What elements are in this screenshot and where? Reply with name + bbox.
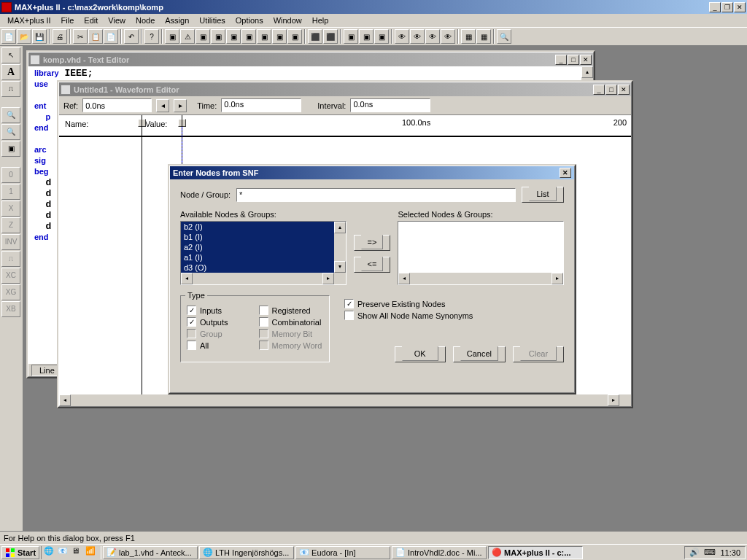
hscroll[interactable]: ◂ ▸ bbox=[59, 394, 619, 406]
task-button[interactable]: 📝lab_1.vhd - Anteck... bbox=[103, 546, 198, 559]
tool-icon[interactable]: ▣ bbox=[374, 29, 389, 44]
waveform-titlebar[interactable]: Untitled1 - Waveform Editor _ □ ✕ bbox=[59, 82, 631, 96]
tool-icon[interactable]: ⬛ bbox=[308, 29, 322, 44]
scroll-right-icon[interactable]: ▸ bbox=[608, 394, 619, 406]
tool-icon[interactable]: ▣ bbox=[359, 29, 374, 44]
signal-inv-icon[interactable]: INV bbox=[1, 234, 20, 250]
menu-utilities[interactable]: Utilities bbox=[195, 15, 229, 26]
tool-icon[interactable]: ▣ bbox=[165, 29, 179, 44]
tool-icon[interactable]: 👁 bbox=[425, 29, 440, 44]
minimize-button[interactable]: _ bbox=[709, 2, 721, 12]
signal-xg-icon[interactable]: XG bbox=[1, 284, 20, 300]
menu-view[interactable]: View bbox=[104, 15, 130, 26]
editor-close[interactable]: ✕ bbox=[580, 55, 592, 65]
ref-left-icon[interactable]: ◂ bbox=[156, 99, 169, 112]
signal-xc-icon[interactable]: XC bbox=[1, 268, 20, 284]
tool-icon[interactable]: ▣ bbox=[257, 29, 271, 44]
menu-options[interactable]: Options bbox=[231, 15, 268, 26]
task-button[interactable]: 🌐LTH Ingenjörshögs... bbox=[199, 546, 294, 559]
undo-icon[interactable]: ↶ bbox=[124, 29, 139, 44]
ref-input[interactable] bbox=[82, 98, 152, 112]
editor-titlebar[interactable]: komp.vhd - Text Editor _ □ ✕ bbox=[28, 52, 593, 66]
signal-1-icon[interactable]: 1 bbox=[1, 184, 20, 200]
copy-icon[interactable]: 📋 bbox=[88, 29, 103, 44]
tool-icon[interactable]: ▦ bbox=[476, 29, 491, 44]
task-button[interactable]: 📄IntroVhdl2.doc - Mi... bbox=[392, 546, 487, 559]
list-item[interactable]: a2 (I) bbox=[181, 242, 334, 252]
menu-maxplus[interactable]: MAX+plus II bbox=[3, 15, 55, 26]
menu-assign[interactable]: Assign bbox=[160, 15, 193, 26]
signal-clk-icon[interactable]: ⎍ bbox=[1, 251, 20, 267]
tool-icon[interactable]: ▣ bbox=[287, 29, 302, 44]
scroll-right-icon[interactable]: ▸ bbox=[322, 273, 334, 284]
list-item[interactable]: a1 (I) bbox=[181, 252, 334, 262]
scroll-down-icon[interactable]: ▾ bbox=[334, 261, 346, 273]
scroll-right-icon[interactable]: ▸ bbox=[551, 273, 563, 284]
tool-icon[interactable]: ▣ bbox=[272, 29, 287, 44]
list-item[interactable]: b2 (I) bbox=[181, 222, 334, 232]
ql-icon[interactable]: 🌐 bbox=[44, 546, 57, 559]
tray-icon[interactable]: ⌨ bbox=[704, 548, 716, 557]
tool-icon[interactable]: 👁 bbox=[410, 29, 425, 44]
list-button[interactable]: List bbox=[522, 187, 564, 203]
waveform-maximize[interactable]: □ bbox=[605, 85, 617, 95]
tool-icon[interactable]: ▣ bbox=[211, 29, 225, 44]
tool-icon[interactable]: ▣ bbox=[196, 29, 210, 44]
editor-minimize[interactable]: _ bbox=[555, 55, 567, 65]
editor-maximize[interactable]: □ bbox=[568, 55, 579, 65]
all-checkbox[interactable]: All bbox=[187, 341, 252, 350]
signal-x-icon[interactable]: X bbox=[1, 201, 20, 217]
maximize-button[interactable]: ❐ bbox=[721, 2, 733, 12]
search-icon[interactable]: 🔍 bbox=[497, 29, 511, 44]
save-icon[interactable]: 💾 bbox=[32, 29, 47, 44]
task-button[interactable]: 📧Eudora - [In] bbox=[295, 546, 390, 559]
print-icon[interactable]: 🖨 bbox=[53, 29, 67, 44]
ql-icon[interactable]: 🖥 bbox=[71, 546, 85, 559]
menu-edit[interactable]: Edit bbox=[80, 15, 102, 26]
tray-icon[interactable]: 🔊 bbox=[689, 548, 700, 557]
tool-icon[interactable]: ▣ bbox=[226, 29, 241, 44]
signal-0-icon[interactable]: 0 bbox=[1, 167, 20, 183]
scroll-up-icon[interactable]: ▴ bbox=[334, 222, 346, 233]
signal-z-icon[interactable]: Z bbox=[1, 217, 20, 233]
list-item[interactable]: b1 (I) bbox=[181, 232, 334, 242]
scroll-left-icon[interactable]: ◂ bbox=[398, 273, 410, 284]
help-icon[interactable]: ? bbox=[144, 29, 159, 44]
waveform-minimize[interactable]: _ bbox=[593, 85, 605, 95]
registered-checkbox[interactable]: Registered bbox=[259, 306, 324, 315]
list-item[interactable]: d3 (O) bbox=[181, 262, 334, 273]
available-listbox[interactable]: b2 (I) b1 (I) a2 (I) a1 (I) d3 (O) d2 (O… bbox=[180, 221, 347, 285]
move-right-button[interactable]: => bbox=[354, 235, 391, 251]
ql-icon[interactable]: 📧 bbox=[58, 546, 71, 559]
scroll-left-icon[interactable]: ◂ bbox=[59, 394, 71, 406]
start-button[interactable]: Start bbox=[1, 546, 39, 559]
scroll-up-icon[interactable]: ▴ bbox=[581, 66, 593, 78]
outputs-checkbox[interactable]: ✓Outputs bbox=[187, 317, 252, 327]
ok-button[interactable]: OK bbox=[395, 346, 446, 362]
combinatorial-checkbox[interactable]: Combinatorial bbox=[259, 317, 324, 327]
cancel-button[interactable]: Cancel bbox=[453, 346, 506, 362]
zoom-in-icon[interactable]: 🔍 bbox=[1, 107, 20, 123]
menu-node[interactable]: Node bbox=[131, 15, 159, 26]
tool-icon[interactable]: ▦ bbox=[461, 29, 476, 44]
new-icon[interactable]: 📄 bbox=[1, 29, 16, 44]
dialog-titlebar[interactable]: Enter Nodes from SNF ✕ bbox=[170, 166, 574, 179]
ref-right-icon[interactable]: ▸ bbox=[174, 99, 187, 112]
tool-icon[interactable]: 👁 bbox=[395, 29, 409, 44]
waveform-close[interactable]: ✕ bbox=[618, 85, 630, 95]
preserve-checkbox[interactable]: ✓Preserve Existing Nodes bbox=[344, 299, 564, 308]
menu-file[interactable]: File bbox=[57, 15, 79, 26]
cut-icon[interactable]: ✂ bbox=[73, 29, 88, 44]
zoom-fit-icon[interactable]: ▣ bbox=[1, 141, 20, 157]
zoom-out-icon[interactable]: 🔍 bbox=[1, 124, 20, 140]
node-group-input[interactable] bbox=[236, 188, 516, 202]
wave-icon[interactable]: ⎍ bbox=[1, 81, 20, 97]
selected-listbox[interactable]: ◂ ▸ bbox=[398, 221, 564, 285]
tool-icon[interactable]: ⬛ bbox=[323, 29, 338, 44]
inputs-checkbox[interactable]: ✓Inputs bbox=[187, 306, 252, 315]
text-icon[interactable]: A bbox=[1, 64, 20, 80]
ql-icon[interactable]: 📶 bbox=[85, 546, 98, 559]
tool-icon[interactable]: ⚠ bbox=[180, 29, 195, 44]
move-left-button[interactable]: <= bbox=[354, 257, 391, 273]
menu-window[interactable]: Window bbox=[269, 15, 306, 26]
